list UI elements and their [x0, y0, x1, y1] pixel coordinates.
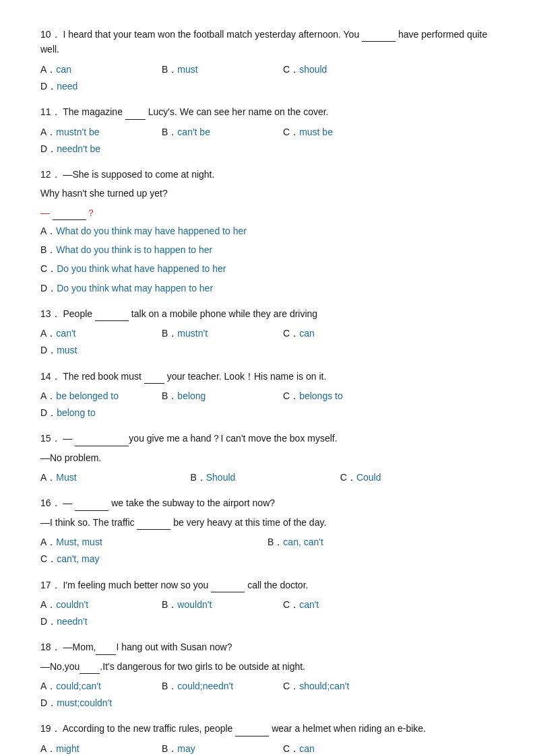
- q13-text: 13． People talk on a mobile phone while …: [40, 306, 495, 321]
- q11-text: 11． The magazine Lucy's. We can see her …: [40, 104, 495, 119]
- option-b: B．mustn't: [162, 325, 283, 342]
- option-d: D．must;couldn't: [40, 695, 162, 712]
- option-b: B．must: [162, 61, 283, 78]
- question-14: 14． The red book must your teacher. Look…: [40, 369, 495, 422]
- q17-options: A．couldn't B．wouldn't C．can't D．needn't: [40, 596, 495, 630]
- option-d: D．needn't be: [40, 141, 162, 158]
- q16-text: 16． — we take the subway to the airport …: [40, 495, 495, 510]
- question-11: 11． The magazine Lucy's. We can see her …: [40, 104, 495, 158]
- question-17: 17． I'm feeling much better now so you c…: [40, 578, 495, 631]
- q15-options: A．Must B．Should C．Could: [40, 469, 495, 486]
- option-a: A．might: [40, 741, 162, 756]
- option-a: A．couldn't: [40, 596, 162, 613]
- q10-options: A．can B．must C．should D．need: [40, 61, 495, 95]
- option-c: C．Do you think what have happened to her: [40, 261, 495, 277]
- q13-options: A．can't B．mustn't C．can D．must: [40, 325, 495, 359]
- option-b: B．can't be: [162, 124, 283, 141]
- option-d: D．needn't: [40, 613, 162, 630]
- q18-text: 18． —Mom,I hang out with Susan now?: [40, 640, 495, 654]
- q12-options: A．What do you think may have happened to…: [40, 223, 495, 297]
- q17-text: 17． I'm feeling much better now so you c…: [40, 578, 495, 592]
- option-b: B．wouldn't: [162, 596, 283, 613]
- question-13: 13． People talk on a mobile phone while …: [40, 306, 495, 359]
- q18-options: A．could;can't B．could;needn't C．should;c…: [40, 678, 495, 712]
- option-b: B．Should: [190, 469, 340, 486]
- option-c: C．Could: [340, 469, 490, 486]
- option-d: D．need: [40, 78, 162, 95]
- option-d: D．must: [40, 342, 162, 359]
- option-b: B．may: [162, 741, 283, 756]
- q15-text: 15． — you give me a hand？I can't move th…: [40, 431, 495, 446]
- option-c: C．should: [283, 61, 404, 78]
- q14-text: 14． The red book must your teacher. Look…: [40, 369, 495, 384]
- option-b: B．can, can't: [268, 534, 495, 551]
- option-c: C．can: [283, 741, 404, 756]
- question-10: 10． I heard that your team won the footb…: [40, 27, 495, 95]
- question-18: 18． —Mom,I hang out with Susan now? —No,…: [40, 640, 495, 712]
- option-b: B．belong: [162, 388, 283, 405]
- option-c: C．should;can't: [283, 678, 404, 695]
- option-b: B．What do you think is to happen to her: [40, 242, 495, 259]
- option-b: B．could;needn't: [162, 678, 283, 695]
- option-a: A．Must, must: [40, 534, 268, 551]
- q12-text: 12． —She is supposed to come at night.: [40, 167, 495, 182]
- option-a: A．Must: [40, 469, 190, 486]
- worksheet: 10． I heard that your team won the footb…: [40, 27, 495, 756]
- q19-text: 19． According to the new traffic rules, …: [40, 721, 495, 736]
- question-15: 15． — you give me a hand？I can't move th…: [40, 431, 495, 486]
- option-a: A．be belonged to: [40, 388, 162, 405]
- option-a: A．can't: [40, 325, 162, 342]
- option-d: D．Do you think what may happen to her: [40, 280, 495, 297]
- question-19: 19． According to the new traffic rules, …: [40, 721, 495, 756]
- q10-text: 10． I heard that your team won the footb…: [40, 27, 495, 57]
- q19-options: A．might B．may C．can D．must: [40, 741, 495, 756]
- q14-options: A．be belonged to B．belong C．belongs to D…: [40, 388, 495, 421]
- option-c: C．belongs to: [283, 388, 404, 405]
- question-12: 12． —She is supposed to come at night. W…: [40, 167, 495, 297]
- option-c: C．can't: [283, 596, 404, 613]
- option-c: C．can: [283, 325, 404, 342]
- option-a: A．mustn't be: [40, 124, 162, 141]
- q11-options: A．mustn't be B．can't be C．must be D．need…: [40, 124, 495, 158]
- option-c: C．must be: [283, 124, 404, 141]
- option-a: A．What do you think may have happened to…: [40, 223, 495, 240]
- option-a: A．could;can't: [40, 678, 162, 695]
- question-16: 16． — we take the subway to the airport …: [40, 495, 495, 568]
- q16-options: A．Must, must B．can, can't C．can't, may: [40, 534, 495, 568]
- option-d: D．belong to: [40, 405, 162, 421]
- option-a: A．can: [40, 61, 162, 78]
- option-c: C．can't, may: [40, 551, 268, 568]
